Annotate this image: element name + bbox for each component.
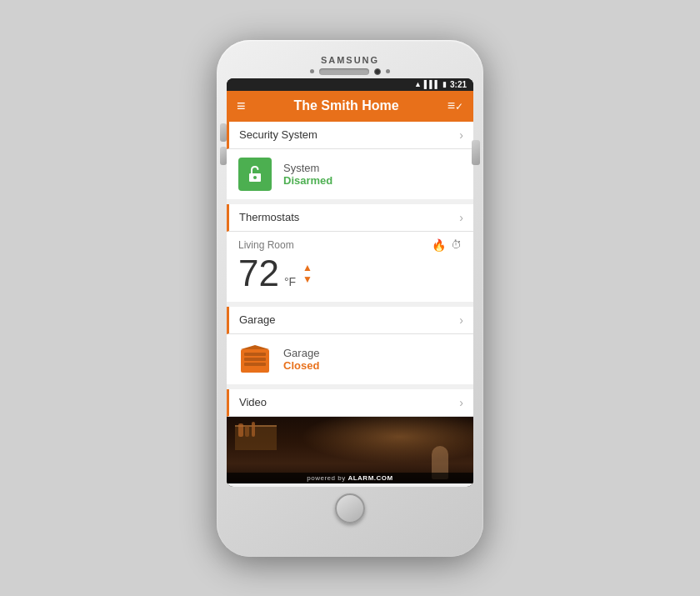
svg-point-1 (253, 176, 257, 179)
app-header: ≡ The Smith Home ≡✓ (227, 91, 473, 122)
security-item-value: Disarmed (283, 174, 332, 187)
garage-chevron-icon: › (459, 313, 463, 327)
phone-bottom (227, 487, 473, 527)
home-button[interactable] (335, 493, 365, 523)
thermostat-temperature: 72 (238, 255, 279, 292)
screen-content: Security System › System Disarmed (227, 122, 473, 487)
garage-item-label: Garage (283, 347, 319, 359)
powered-by-bar: powered by ALARM.COM (227, 473, 473, 483)
video-section-header[interactable]: Video › (227, 389, 473, 417)
garage-section-title: Garage (239, 313, 275, 326)
security-section-body: System Disarmed (227, 149, 473, 204)
app-title: The Smith Home (293, 98, 398, 113)
signal-icon: ▌▌▌ (424, 80, 440, 88)
video-section-title: Video (239, 396, 267, 408)
battery-icon: ▮ (442, 80, 447, 88)
security-lock-icon (238, 158, 272, 191)
sensor-dot (386, 69, 390, 73)
security-item-label: System (283, 162, 332, 174)
security-chevron-icon: › (459, 128, 463, 142)
speaker-grille (319, 68, 369, 75)
volume-up-button[interactable] (220, 123, 227, 142)
menu-icon[interactable]: ≡ (237, 98, 246, 115)
status-bar: ▲ ▌▌▌ ▮ 3:21 (227, 78, 473, 91)
thermostat-section-header[interactable]: Thermostats › (227, 204, 473, 232)
front-camera (374, 68, 381, 75)
wifi-icon: ▲ (414, 80, 422, 88)
phone-top-area (227, 68, 473, 75)
header-right-icon[interactable]: ≡✓ (448, 98, 463, 113)
garage-section-header[interactable]: Garage › (227, 307, 473, 334)
video-object-3 (252, 422, 255, 437)
video-object-2 (245, 425, 249, 437)
video-chevron-icon: › (459, 396, 463, 409)
garage-info: Garage Closed (283, 347, 319, 372)
svg-rect-4 (244, 358, 266, 361)
thermostat-room-name: Living Room (238, 239, 294, 251)
thermostat-room-row: Living Room 🔥 ⏱ (238, 238, 462, 252)
thermostat-section-body: Living Room 🔥 ⏱ 72 °F ▲ ▼ (227, 232, 473, 307)
video-section-body[interactable]: powered by ALARM.COM (227, 417, 473, 483)
garage-item-value: Closed (283, 359, 319, 372)
volume-down-button[interactable] (220, 147, 227, 165)
garage-section-body: Garage Closed (227, 334, 473, 389)
svg-rect-5 (244, 363, 266, 366)
thermostat-section-title: Thermostats (239, 211, 299, 223)
alarm-brand: ALARM.COM (348, 474, 392, 482)
thermostat-temp-row: 72 °F ▲ ▼ (238, 255, 462, 292)
video-object-1 (238, 423, 243, 437)
powered-by-text: powered by (307, 474, 345, 482)
phone-brand: SAMSUNG (227, 50, 473, 68)
security-section-title: Security System (239, 128, 318, 141)
security-info: System Disarmed (283, 162, 332, 187)
temp-down-arrow[interactable]: ▼ (302, 273, 312, 285)
temp-up-arrow[interactable]: ▲ (302, 262, 312, 273)
thermostat-controls[interactable]: ▲ ▼ (302, 262, 312, 285)
phone-device: SAMSUNG ▲ ▌▌▌ ▮ 3:21 ≡ The Smith Home ≡✓ (217, 40, 483, 557)
garage-door-icon (238, 343, 272, 376)
video-feed: powered by ALARM.COM (227, 417, 473, 483)
flame-icon: 🔥 (432, 238, 446, 252)
status-icons: ▲ ▌▌▌ ▮ (414, 80, 447, 88)
power-button[interactable] (472, 140, 480, 165)
svg-rect-3 (244, 353, 266, 356)
thermostat-icons: 🔥 ⏱ (432, 238, 462, 252)
clock-icon: ⏱ (451, 238, 462, 251)
microphone-icon (310, 69, 314, 73)
thermostat-chevron-icon: › (459, 211, 463, 224)
phone-screen: ▲ ▌▌▌ ▮ 3:21 ≡ The Smith Home ≡✓ Securit… (227, 78, 473, 487)
thermostat-unit: °F (284, 275, 296, 288)
security-section-header[interactable]: Security System › (227, 122, 473, 149)
status-time: 3:21 (450, 80, 467, 89)
